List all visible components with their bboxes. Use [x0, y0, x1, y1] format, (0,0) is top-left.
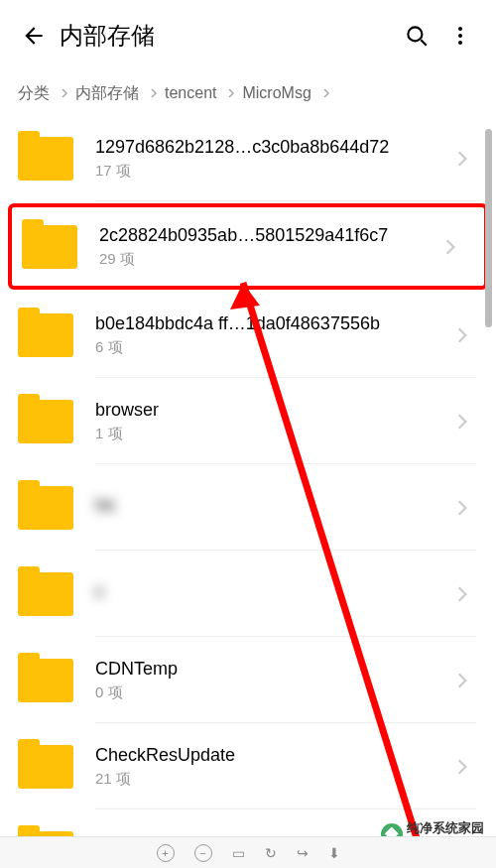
arrow-left-icon — [21, 23, 47, 49]
folder-name: 1297d6862b2128…c3c0ba8b644d72 — [95, 137, 448, 158]
svg-point-3 — [458, 34, 462, 38]
folder-subtitle: 21 项 — [95, 770, 448, 789]
folder-meta: 1297d6862b2128…c3c0ba8b644d7217 项 — [95, 137, 448, 181]
folder-subtitle: 0 项 — [95, 683, 448, 702]
zoom-out-icon[interactable]: − — [194, 844, 212, 862]
folder-icon — [18, 400, 73, 443]
back-button[interactable] — [14, 16, 54, 56]
folder-name: he — [95, 495, 448, 516]
folder-meta: he — [95, 495, 448, 520]
header-bar: 内部存储 — [0, 0, 496, 71]
folder-row[interactable]: CheckResUpdate21 项 — [0, 723, 496, 809]
folder-meta: 2c28824b0935ab…5801529a41f6c729 项 — [99, 225, 436, 269]
chevron-right-icon — [448, 672, 476, 689]
more-vertical-icon — [448, 24, 472, 48]
folder-icon — [18, 745, 73, 789]
folder-icon — [18, 137, 73, 181]
chevron-right-icon — [448, 499, 476, 517]
folder-name: browser — [95, 400, 448, 421]
chevron-right-icon — [226, 88, 236, 98]
folder-subtitle: 29 项 — [99, 250, 436, 269]
bottom-toolbar: + − ▭ ↻ ↪ ⬇ — [0, 836, 496, 868]
folder-subtitle: 6 项 — [95, 338, 448, 357]
folder-icon — [18, 486, 73, 530]
chevron-right-icon — [448, 150, 476, 168]
folder-name: CheckResUpdate — [95, 745, 448, 766]
more-button[interactable] — [438, 14, 482, 58]
folder-icon — [18, 659, 73, 702]
chevron-right-icon — [448, 585, 476, 603]
folder-icon — [22, 225, 77, 269]
svg-point-4 — [458, 41, 462, 45]
folder-name: 2c28824b0935ab…5801529a41f6c7 — [99, 225, 436, 246]
folder-name: CDNTemp — [95, 659, 448, 680]
folder-row[interactable]: b0e184bbdc4a ff…1da0f48637556b6 项 — [0, 292, 496, 378]
folder-subtitle: 17 项 — [95, 162, 448, 181]
folder-row[interactable]: c — [0, 551, 496, 637]
folder-row[interactable]: browser1 项 — [0, 378, 496, 464]
refresh-icon[interactable]: ↻ — [265, 845, 277, 861]
chevron-right-icon — [448, 758, 476, 776]
folder-meta: browser1 项 — [95, 400, 448, 443]
chevron-right-icon — [60, 88, 69, 98]
chevron-right-icon — [448, 326, 476, 344]
folder-list: 1297d6862b2128…c3c0ba8b644d7217 项2c28824… — [0, 115, 496, 868]
download-icon[interactable]: ⬇ — [328, 845, 340, 861]
folder-row[interactable]: 1297d6862b2128…c3c0ba8b644d7217 项 — [0, 115, 496, 201]
breadcrumb-item[interactable]: tencent — [165, 84, 216, 102]
chevron-right-icon — [321, 88, 331, 98]
scrollbar[interactable] — [485, 129, 492, 327]
forward-icon[interactable]: ↪ — [297, 845, 309, 861]
fit-icon[interactable]: ▭ — [232, 845, 245, 861]
folder-icon — [18, 572, 73, 616]
svg-point-0 — [408, 27, 422, 41]
breadcrumb-item[interactable]: 分类 — [18, 83, 50, 104]
folder-name: c — [95, 581, 448, 602]
folder-meta: c — [95, 581, 448, 606]
folder-row[interactable]: 2c28824b0935ab…5801529a41f6c729 项 — [8, 203, 488, 290]
folder-icon — [18, 313, 73, 357]
chevron-right-icon — [448, 413, 476, 431]
folder-meta: CDNTemp0 项 — [95, 659, 448, 702]
folder-row[interactable]: CDNTemp0 项 — [0, 637, 496, 723]
page-title: 内部存储 — [60, 20, 395, 52]
zoom-in-icon[interactable]: + — [157, 844, 175, 862]
search-button[interactable] — [395, 14, 438, 58]
folder-name: b0e184bbdc4a ff…1da0f48637556b — [95, 313, 448, 334]
chevron-right-icon — [436, 238, 464, 256]
breadcrumb-item[interactable]: MicroMsg — [242, 84, 310, 102]
svg-line-1 — [421, 40, 426, 45]
chevron-right-icon — [149, 88, 159, 98]
svg-point-2 — [458, 27, 462, 31]
watermark-text: 纯净系统家园 — [407, 819, 488, 837]
breadcrumb: 分类 内部存储 tencent MicroMsg — [0, 71, 496, 115]
breadcrumb-item[interactable]: 内部存储 — [75, 83, 139, 104]
folder-meta: b0e184bbdc4a ff…1da0f48637556b6 项 — [95, 313, 448, 357]
folder-meta: CheckResUpdate21 项 — [95, 745, 448, 789]
divider — [95, 200, 476, 201]
folder-subtitle: 1 项 — [95, 425, 448, 443]
search-icon — [404, 23, 430, 49]
folder-row[interactable]: he — [0, 464, 496, 551]
